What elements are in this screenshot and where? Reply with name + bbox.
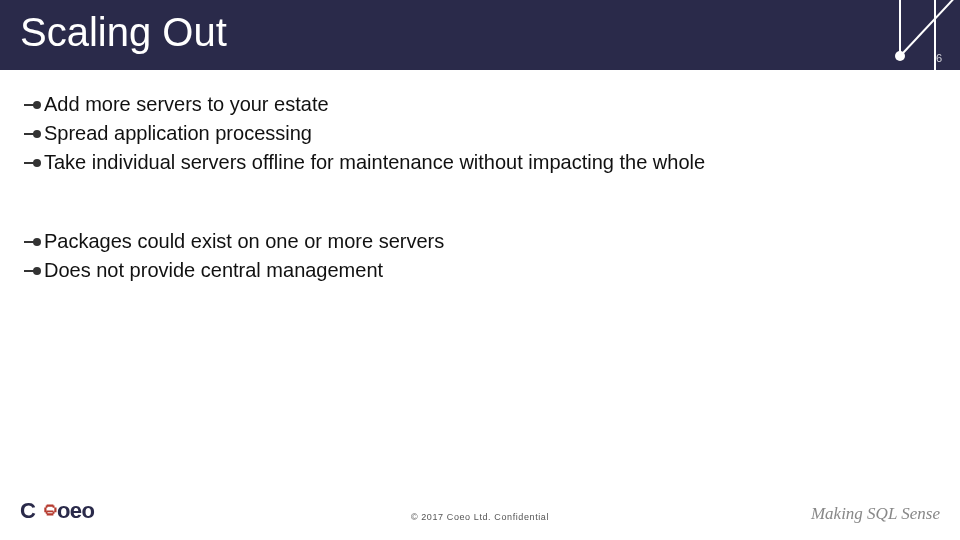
- bullet-text: Take individual servers offline for main…: [44, 150, 705, 175]
- svg-line-2: [903, 0, 960, 53]
- bullet-icon: [24, 265, 42, 277]
- bullet-text: Add more servers to your estate: [44, 92, 329, 117]
- slide-content: Add more servers to your estate Spread a…: [0, 70, 960, 283]
- bullet-text: Does not provide central management: [44, 258, 383, 283]
- bullet-item: Take individual servers offline for main…: [24, 150, 940, 175]
- bullet-item: Packages could exist on one or more serv…: [24, 229, 940, 254]
- bullet-item: Does not provide central management: [24, 258, 940, 283]
- bullet-icon: [24, 99, 42, 111]
- slide-title: Scaling Out: [20, 10, 227, 55]
- bullet-text: Packages could exist on one or more serv…: [44, 229, 444, 254]
- page-number: 6: [936, 52, 942, 64]
- bullet-icon: [24, 236, 42, 248]
- bullet-icon: [24, 128, 42, 140]
- bullet-item: Spread application processing: [24, 121, 940, 146]
- bullet-text: Spread application processing: [44, 121, 312, 146]
- slide-header: Scaling Out 6: [0, 0, 960, 70]
- bullet-item: Add more servers to your estate: [24, 92, 940, 117]
- slide-footer: Cဓoeo © 2017 Coeo Ltd. Confidential Maki…: [0, 490, 960, 530]
- bullet-group-1: Add more servers to your estate Spread a…: [24, 92, 940, 175]
- bullet-group-2: Packages could exist on one or more serv…: [24, 229, 940, 283]
- header-decor-graphic: [840, 0, 960, 70]
- bullet-icon: [24, 157, 42, 169]
- tagline-text: Making SQL Sense: [811, 504, 940, 524]
